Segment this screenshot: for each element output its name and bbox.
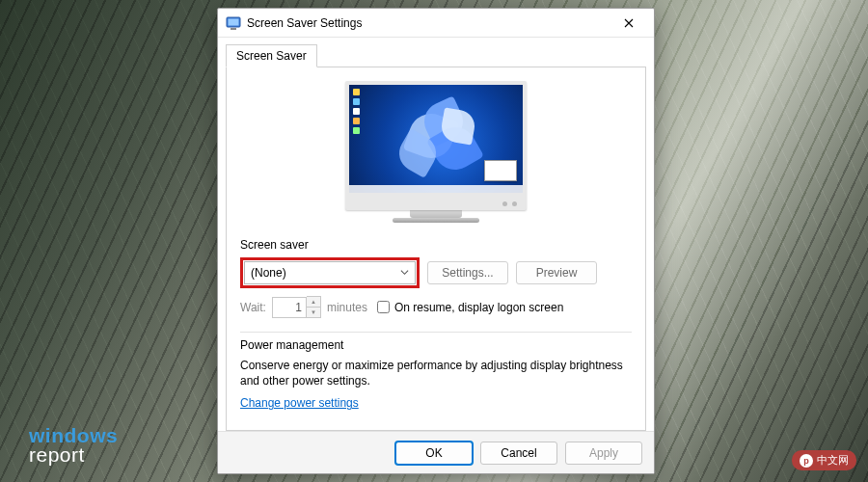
php-cn-badge: p中文网	[792, 450, 856, 470]
separator	[240, 332, 632, 333]
svg-rect-2	[229, 18, 239, 25]
highlight-box: (None)	[240, 257, 420, 288]
windows-report-logo: windows report	[29, 426, 118, 465]
screensaver-selected-value: (None)	[251, 266, 286, 280]
apply-button[interactable]: Apply	[565, 442, 642, 465]
power-management-text: Conserve energy or maximize performance …	[240, 358, 632, 388]
screensaver-group-label: Screen saver	[240, 238, 632, 252]
settings-button[interactable]: Settings...	[427, 261, 508, 284]
titlebar[interactable]: Screen Saver Settings	[218, 9, 654, 38]
wait-label: Wait:	[240, 301, 266, 314]
on-resume-checkbox-input[interactable]	[377, 301, 390, 313]
window-title: Screen Saver Settings	[247, 16, 610, 30]
on-resume-label: On resume, display logon screen	[394, 301, 563, 314]
screensaver-icon	[226, 15, 241, 31]
wait-unit: minutes	[327, 301, 367, 314]
close-icon	[624, 18, 634, 28]
screen-saver-settings-dialog: Screen Saver Settings Screen Saver	[217, 8, 655, 474]
screensaver-dropdown[interactable]: (None)	[244, 261, 416, 284]
wait-input[interactable]	[272, 297, 307, 318]
chevron-down-icon	[400, 266, 409, 280]
spinner-up-icon[interactable]: ▲	[307, 297, 320, 308]
preview-screen	[349, 85, 523, 193]
power-management-label: Power management	[240, 338, 632, 352]
close-button[interactable]	[610, 11, 648, 36]
preview-button[interactable]: Preview	[516, 261, 597, 284]
tab-screen-saver[interactable]: Screen Saver	[226, 44, 317, 67]
wait-spinner[interactable]: ▲ ▼	[272, 296, 321, 318]
ok-button[interactable]: OK	[395, 442, 473, 465]
svg-rect-1	[231, 28, 236, 30]
tab-strip: Screen Saver	[218, 38, 654, 67]
cancel-button[interactable]: Cancel	[480, 442, 557, 465]
change-power-settings-link[interactable]: Change power settings	[240, 396, 632, 410]
dialog-footer: OK Cancel Apply	[218, 431, 654, 473]
monitor-preview	[240, 77, 632, 232]
on-resume-checkbox[interactable]: On resume, display logon screen	[377, 301, 563, 314]
tab-panel: Screen saver (None) Settings... Preview …	[226, 67, 646, 431]
spinner-down-icon[interactable]: ▼	[307, 308, 320, 318]
